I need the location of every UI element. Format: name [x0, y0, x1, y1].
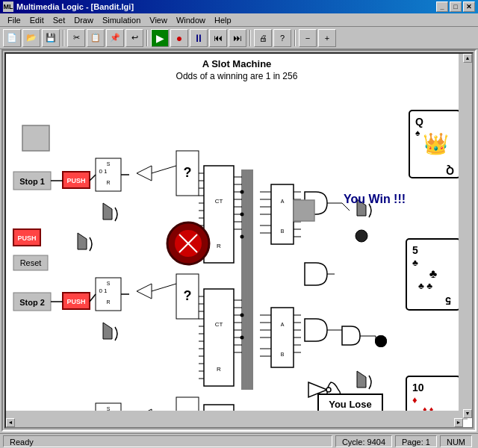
- status-num: NUM: [440, 435, 472, 447]
- svg-point-175: [240, 213, 244, 217]
- menu-simulation[interactable]: Simulation: [98, 15, 145, 25]
- toolbar-sep3: [249, 30, 251, 46]
- svg-point-164: [356, 230, 367, 242]
- svg-text:Odds of a winning are 1 in 256: Odds of a winning are 1 in 256: [176, 71, 298, 81]
- zoom-in-button[interactable]: +: [318, 29, 336, 47]
- scroll-left-button[interactable]: ◄: [6, 418, 15, 427]
- copy-button[interactable]: 📋: [87, 29, 105, 47]
- new-button[interactable]: 📄: [3, 29, 21, 47]
- svg-text:B: B: [281, 352, 285, 357]
- svg-rect-165: [294, 200, 314, 221]
- svg-text:R: R: [106, 180, 110, 185]
- play-button[interactable]: ▶: [151, 29, 169, 47]
- svg-text:R: R: [106, 299, 110, 305]
- svg-text:A: A: [281, 322, 285, 327]
- status-page: Page: 1: [395, 435, 437, 447]
- scroll-up-button[interactable]: ▲: [463, 54, 472, 63]
- save-button[interactable]: 💾: [42, 29, 60, 47]
- svg-point-174: [240, 190, 244, 194]
- menu-view[interactable]: View: [145, 15, 172, 25]
- toolbar: 📄 📂 💾 ✂ 📋 📌 ↩ ▶ ● ⏸ ⏮ ⏭ 🖨 ? − +: [0, 27, 478, 49]
- menu-set[interactable]: Set: [49, 15, 70, 25]
- svg-text:CT: CT: [215, 198, 223, 205]
- minimize-button[interactable]: _: [436, 1, 448, 12]
- svg-point-178: [240, 336, 244, 340]
- svg-text:10: 10: [412, 382, 424, 393]
- svg-point-162: [375, 335, 387, 347]
- svg-text:You Lose: You Lose: [329, 399, 372, 410]
- svg-text:PUSH: PUSH: [66, 177, 85, 184]
- svg-text:?: ?: [184, 165, 192, 180]
- menu-window[interactable]: Window: [172, 15, 210, 25]
- scroll-right-button[interactable]: ►: [454, 418, 463, 427]
- svg-text:♣ ♣: ♣ ♣: [418, 281, 432, 291]
- close-button[interactable]: ✕: [463, 1, 475, 12]
- svg-rect-0: [6, 54, 468, 420]
- circuit-canvas: A Slot Machine Odds of a winning are 1 i…: [6, 54, 468, 420]
- svg-text:B: B: [281, 228, 285, 234]
- toolbar-sep1: [63, 30, 64, 46]
- menu-bar: File Edit Set Draw Simulation View Windo…: [0, 13, 478, 27]
- svg-text:R: R: [217, 366, 221, 373]
- main-window: A Slot Machine Odds of a winning are 1 i…: [1, 49, 477, 432]
- record-button[interactable]: ●: [170, 29, 188, 47]
- svg-text:A Slot Machine: A Slot Machine: [202, 58, 272, 69]
- menu-file[interactable]: File: [3, 15, 25, 25]
- undo-button[interactable]: ↩: [125, 29, 143, 47]
- svg-point-177: [240, 314, 244, 317]
- svg-text:R: R: [217, 243, 221, 249]
- svg-rect-100: [271, 184, 294, 244]
- svg-text:♣: ♣: [412, 258, 418, 268]
- title-bar: ML Multimedia Logic - [Bandit.lgi] _ □ ✕: [0, 0, 478, 13]
- svg-text:5: 5: [445, 295, 451, 307]
- status-cycle: Cycle: 9404: [335, 435, 392, 447]
- maximize-button[interactable]: □: [450, 1, 462, 12]
- status-ready: Ready: [3, 435, 332, 447]
- svg-text:A: A: [281, 199, 285, 204]
- svg-text:Q: Q: [446, 165, 454, 177]
- scroll-down-button[interactable]: ▼: [463, 409, 472, 418]
- svg-text:Reset: Reset: [20, 258, 42, 267]
- status-bar: Ready Cycle: 9404 Page: 1 NUM: [0, 433, 478, 448]
- open-button[interactable]: 📂: [22, 29, 40, 47]
- title-text: Multimedia Logic - [Bandit.lgi]: [16, 2, 134, 11]
- circuit-window: A Slot Machine Odds of a winning are 1 i…: [4, 52, 474, 429]
- svg-text:CT: CT: [215, 321, 223, 328]
- svg-rect-116: [271, 308, 294, 367]
- svg-text:♣: ♣: [429, 267, 438, 280]
- scrollbar-horizontal[interactable]: ◄ ►: [6, 418, 463, 427]
- svg-text:?: ?: [184, 288, 192, 303]
- print-button[interactable]: 🖨: [254, 29, 272, 47]
- svg-text:♠: ♠: [415, 128, 420, 138]
- svg-text:♦: ♦: [412, 394, 418, 405]
- menu-help[interactable]: Help: [210, 15, 236, 25]
- paste-button[interactable]: 📌: [106, 29, 124, 47]
- toolbar-sep2: [146, 30, 148, 46]
- svg-text:0 1: 0 1: [99, 287, 108, 294]
- menu-draw[interactable]: Draw: [69, 15, 98, 25]
- pause-button[interactable]: ⏸: [190, 29, 208, 47]
- toolbar-sep4: [294, 30, 296, 46]
- svg-text:S: S: [107, 161, 111, 167]
- menu-edit[interactable]: Edit: [25, 15, 49, 25]
- cut-button[interactable]: ✂: [67, 29, 85, 47]
- svg-point-176: [240, 235, 244, 239]
- help-button[interactable]: ?: [273, 29, 291, 47]
- forward-button[interactable]: ⏭: [229, 29, 246, 47]
- svg-text:PUSH: PUSH: [66, 298, 85, 305]
- svg-text:You Win !!!: You Win !!!: [344, 193, 406, 205]
- scrollbar-vertical[interactable]: ▲ ▼: [463, 54, 472, 418]
- rewind-button[interactable]: ⏮: [209, 29, 227, 47]
- svg-text:Stop 2: Stop 2: [19, 298, 45, 307]
- svg-text:PUSH: PUSH: [17, 234, 36, 242]
- svg-text:5: 5: [412, 244, 418, 256]
- svg-point-132: [326, 388, 331, 392]
- svg-text:S: S: [107, 281, 111, 286]
- svg-text:Stop 1: Stop 1: [19, 177, 45, 186]
- title-buttons: _ □ ✕: [436, 1, 475, 12]
- zoom-out-button[interactable]: −: [299, 29, 317, 47]
- svg-text:Q: Q: [415, 116, 423, 128]
- svg-text:👑: 👑: [423, 131, 449, 156]
- svg-rect-135: [22, 125, 49, 151]
- svg-text:S: S: [107, 406, 111, 411]
